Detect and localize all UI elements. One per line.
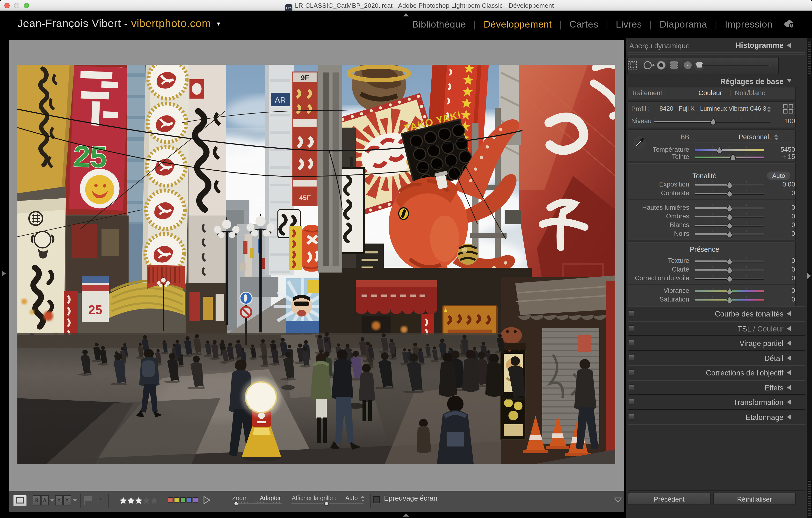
svg-text:!: ! <box>791 24 792 28</box>
svg-text:25: 25 <box>88 303 102 316</box>
svg-text:AR: AR <box>274 95 286 104</box>
svg-text:9F: 9F <box>300 73 309 82</box>
svg-text:45F: 45F <box>299 194 311 201</box>
